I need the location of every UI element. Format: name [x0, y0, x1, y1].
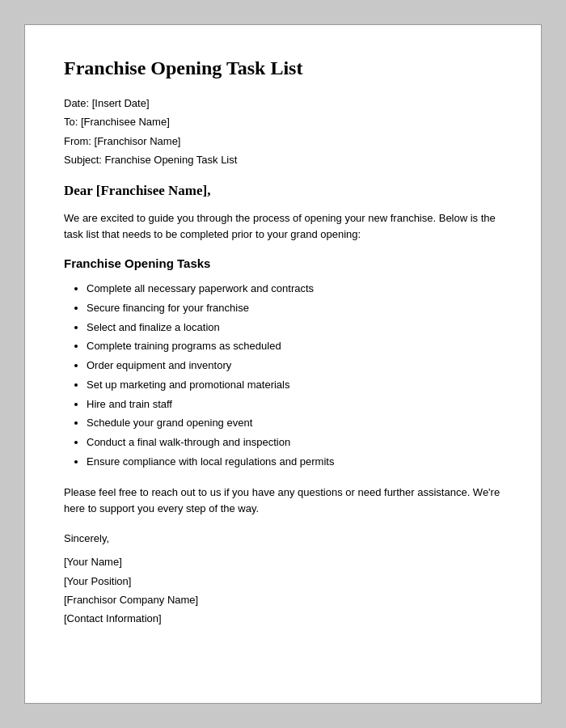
subject-line: Subject: Franchise Opening Task List — [64, 150, 502, 169]
list-item: Secure financing for your franchise — [87, 299, 502, 318]
from-line: From: [Franchisor Name] — [64, 132, 502, 150]
date-line: Date: [Insert Date] — [64, 94, 502, 112]
intro-paragraph: We are excited to guide you through the … — [64, 210, 502, 244]
list-item: Order equipment and inventory — [87, 357, 502, 375]
list-item: Select and finalize a location — [87, 319, 502, 337]
signature-position: [Your Position] — [64, 572, 502, 590]
tasks-heading: Franchise Opening Tasks — [64, 256, 502, 270]
document: Franchise Opening Task List Date: [Inser… — [24, 24, 542, 704]
document-title: Franchise Opening Task List — [64, 57, 502, 79]
closing-paragraph: Please feel free to reach out to us if y… — [64, 485, 502, 518]
signature-name: [Your Name] — [64, 552, 502, 571]
salutation: Dear [Franchisee Name], — [64, 183, 502, 199]
list-item: Conduct a final walk-through and inspect… — [87, 434, 502, 452]
list-item: Set up marketing and promotional materia… — [87, 376, 502, 395]
list-item: Hire and train staff — [87, 396, 502, 414]
to-line: To: [Franchisee Name] — [64, 112, 502, 131]
list-item: Ensure compliance with local regulations… — [87, 453, 502, 472]
signature-block: [Your Name] [Your Position] [Franchisor … — [64, 552, 502, 629]
list-item: Complete all necessary paperwork and con… — [87, 280, 502, 298]
list-item: Complete training programs as scheduled — [87, 337, 502, 356]
tasks-list: Complete all necessary paperwork and con… — [64, 280, 502, 472]
signature-contact: [Contact Information] — [64, 609, 502, 628]
meta-block: Date: [Insert Date] To: [Franchisee Name… — [64, 94, 502, 170]
sincerely: Sincerely, — [64, 532, 502, 544]
list-item: Schedule your grand opening event — [87, 414, 502, 433]
signature-company: [Franchisor Company Name] — [64, 590, 502, 609]
